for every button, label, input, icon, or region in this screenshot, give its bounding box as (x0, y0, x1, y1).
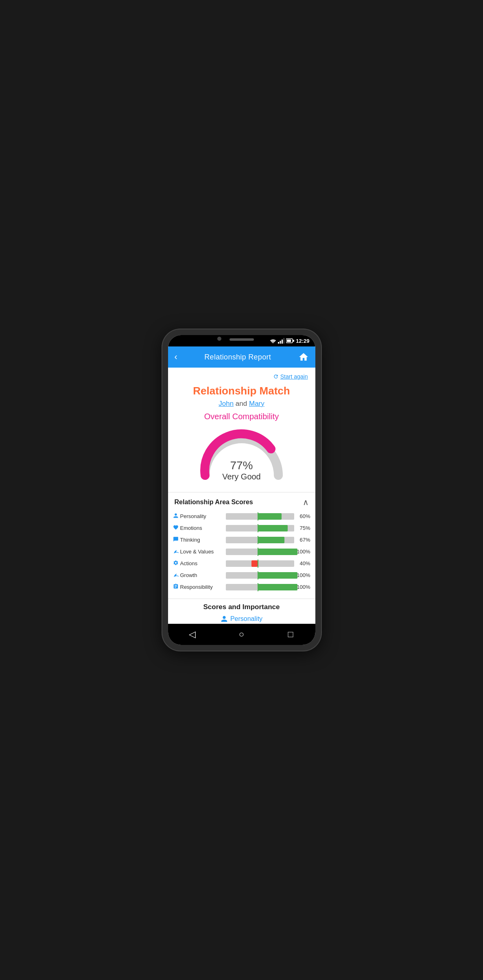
top-navigation-bar: ‹ Relationship Report (168, 346, 315, 368)
bar-label-text: Growth (180, 572, 197, 578)
bar-icon (173, 560, 179, 567)
bar-midline (258, 560, 258, 568)
bar-icon (173, 572, 179, 579)
gauge-label: Very Good (222, 472, 261, 481)
bar-icon (173, 525, 179, 531)
bar-track-area (226, 584, 294, 590)
battery-icon (286, 338, 294, 343)
area-scores-title: Relationship Area Scores (175, 499, 253, 506)
bar-icon (173, 513, 179, 520)
bar-row: Actions40% (173, 560, 310, 567)
home-button[interactable] (298, 352, 309, 362)
bar-label-area: Personality (173, 513, 226, 520)
svg-rect-2 (282, 340, 283, 344)
bar-track-area (226, 549, 294, 555)
bar-label-text: Thinking (180, 537, 200, 543)
collapse-icon[interactable]: ∧ (303, 497, 309, 507)
person2-link[interactable]: Mary (249, 400, 264, 407)
divider-1 (168, 492, 315, 492)
bar-fill (258, 513, 282, 520)
bar-fill (258, 537, 284, 543)
bar-label-area: Love & Values (173, 548, 226, 555)
bar-percentage: 75% (294, 525, 310, 531)
refresh-icon (273, 374, 279, 379)
bar-fill (258, 549, 297, 555)
bar-label-area: Thinking (173, 536, 226, 543)
bar-row: Growth100% (173, 572, 310, 579)
phone-frame: 12:29 ‹ Relationship Report Start aga (162, 329, 321, 651)
bar-label-area: Actions (173, 560, 226, 567)
relationship-match-title: Relationship Match (168, 385, 315, 397)
bar-track (226, 549, 294, 555)
bar-label-area: Responsibility (173, 584, 226, 590)
bars-container: Personality60%Emotions75%Thinking67%Love… (168, 513, 315, 599)
home-icon (298, 352, 309, 362)
signal-icon (278, 338, 284, 344)
names-row: John and Mary (168, 400, 315, 408)
bar-track-area (226, 513, 294, 520)
bar-track-area (226, 560, 294, 567)
bar-fill (251, 560, 258, 567)
status-icons: 12:29 (270, 338, 309, 344)
bar-row: Thinking67% (173, 536, 310, 543)
bar-track (226, 525, 294, 531)
bar-track-area (226, 537, 294, 543)
nav-back-button[interactable]: ◁ (184, 626, 201, 642)
svg-rect-1 (280, 341, 281, 344)
bar-percentage: 40% (294, 560, 310, 566)
bar-fill (258, 572, 297, 579)
bar-track (226, 584, 294, 590)
camera (217, 337, 221, 341)
bar-label-text: Responsibility (180, 584, 213, 590)
gauge-container: 77% Very Good (168, 425, 315, 486)
bar-label-area: Growth (173, 572, 226, 579)
nav-recents-button[interactable]: □ (282, 626, 299, 642)
overall-compatibility-label: Overall Compatibility (168, 412, 315, 421)
nav-home-button[interactable]: ○ (233, 626, 249, 642)
bar-icon (173, 584, 179, 590)
bar-track (226, 513, 294, 520)
bar-label-text: Love & Values (180, 549, 214, 555)
bar-midline (258, 571, 258, 579)
personality-icon (221, 615, 228, 623)
bar-label-text: Emotions (180, 525, 202, 531)
bar-icon (173, 536, 179, 543)
bar-row: Responsibility100% (173, 584, 310, 590)
status-time: 12:29 (296, 338, 309, 344)
phone-screen: 12:29 ‹ Relationship Report Start aga (168, 335, 315, 645)
bar-label-text: Personality (180, 513, 206, 519)
bar-midline (258, 548, 258, 556)
bar-fill (258, 525, 287, 531)
personality-link-label: Personality (230, 615, 262, 623)
gauge-center-text: 77% Very Good (222, 459, 261, 481)
scores-importance-title: Scores and Importance (175, 603, 309, 611)
svg-rect-0 (278, 342, 279, 344)
bar-label-text: Actions (180, 560, 198, 566)
bar-row: Emotions75% (173, 525, 310, 531)
bar-percentage: 67% (294, 537, 310, 543)
back-button[interactable]: ‹ (175, 352, 177, 362)
bar-midline (258, 536, 258, 544)
bar-row: Personality60% (173, 513, 310, 520)
personality-link[interactable]: Personality (175, 615, 309, 624)
bar-label-area: Emotions (173, 525, 226, 531)
person1-link[interactable]: John (219, 400, 234, 407)
gauge-percent: 77% (222, 459, 261, 472)
area-scores-header: Relationship Area Scores ∧ (168, 497, 315, 513)
status-bar: 12:29 (168, 335, 315, 346)
bar-midline (258, 512, 258, 520)
bar-track (226, 560, 294, 567)
bar-row: Love & Values100% (173, 548, 310, 555)
bar-icon (173, 548, 179, 555)
and-text: and (236, 400, 247, 407)
bar-track-area (226, 525, 294, 531)
bar-track (226, 537, 294, 543)
svg-rect-5 (287, 340, 291, 342)
bar-percentage: 60% (294, 513, 310, 519)
start-again-link[interactable]: Start again (273, 373, 308, 380)
bar-fill (258, 584, 297, 590)
start-again-row: Start again (168, 368, 315, 381)
svg-rect-3 (284, 338, 285, 344)
scores-section: Scores and Importance Personality (168, 599, 315, 624)
bar-track (226, 572, 294, 579)
